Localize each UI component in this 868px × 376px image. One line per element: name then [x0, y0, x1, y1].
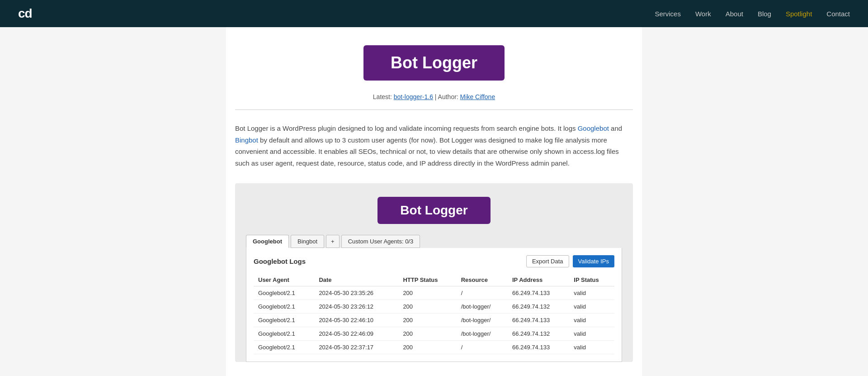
cell-http-status: 200 — [398, 300, 456, 314]
main-nav: Services Work About Blog Spotlight Conta… — [655, 10, 850, 18]
cell-http-status: 200 — [398, 341, 456, 354]
cell-ip-status: valid — [569, 341, 614, 354]
export-button[interactable]: Export Data — [526, 255, 569, 267]
cell-ip-status: valid — [569, 327, 614, 341]
cell-user-agent: Googlebot/2.1 — [254, 327, 314, 341]
meta-line: Latest: bot-logger-1.6 | Author: Mike Ci… — [235, 93, 633, 100]
meta-separator: | — [435, 93, 438, 100]
tab-custom[interactable]: Custom User Agents: 0/3 — [341, 235, 420, 248]
tab-bingbot[interactable]: Bingbot — [291, 235, 324, 248]
cell-user-agent: Googlebot/2.1 — [254, 300, 314, 314]
site-logo[interactable]: cd — [18, 6, 32, 21]
table-row: Googlebot/2.1 2024-05-30 23:26:12 200 /b… — [254, 300, 614, 314]
nav-about[interactable]: About — [726, 10, 743, 18]
table-row: Googlebot/2.1 2024-05-30 22:46:10 200 /b… — [254, 314, 614, 327]
bingbot-link[interactable]: Bingbot — [235, 136, 258, 144]
googlebot-link[interactable]: Googlebot — [578, 124, 609, 132]
cell-user-agent: Googlebot/2.1 — [254, 286, 314, 300]
cell-ip-address: 66.249.74.132 — [508, 300, 569, 314]
cell-ip-status: valid — [569, 286, 614, 300]
cell-http-status: 200 — [398, 327, 456, 341]
main-content: Bot Logger Latest: bot-logger-1.6 | Auth… — [226, 27, 642, 376]
cell-http-status: 200 — [398, 314, 456, 327]
cell-resource: /bot-logger/ — [457, 327, 508, 341]
cell-date: 2024-05-30 23:35:26 — [314, 286, 398, 300]
cell-ip-status: valid — [569, 300, 614, 314]
cell-ip-status: valid — [569, 314, 614, 327]
meta-latest-link[interactable]: bot-logger-1.6 — [394, 93, 433, 100]
inner-hero-wrap: Bot Logger — [246, 197, 622, 224]
cell-resource: /bot-logger/ — [457, 314, 508, 327]
nav-spotlight[interactable]: Spotlight — [786, 10, 812, 18]
inner-hero-badge: Bot Logger — [377, 197, 490, 224]
table-row: Googlebot/2.1 2024-05-30 22:37:17 200 / … — [254, 341, 614, 354]
col-ip-status: IP Status — [569, 274, 614, 286]
table-row: Googlebot/2.1 2024-05-30 22:46:09 200 /b… — [254, 327, 614, 341]
tab-googlebot[interactable]: Googlebot — [246, 235, 289, 248]
cell-resource: / — [457, 341, 508, 354]
nav-work[interactable]: Work — [695, 10, 711, 18]
cell-http-status: 200 — [398, 286, 456, 300]
hero-title-badge: Bot Logger — [363, 45, 505, 81]
cell-resource: / — [457, 286, 508, 300]
cell-date: 2024-05-30 22:37:17 — [314, 341, 398, 354]
plugin-description: Bot Logger is a WordPress plugin designe… — [235, 123, 633, 169]
hero-title-wrap: Bot Logger — [235, 45, 633, 81]
nav-contact[interactable]: Contact — [826, 10, 850, 18]
table-header: User Agent Date HTTP Status Resource IP … — [254, 274, 614, 286]
panel-header: Googlebot Logs Export Data Validate IPs — [254, 255, 614, 267]
nav-services[interactable]: Services — [655, 10, 681, 18]
col-user-agent: User Agent — [254, 274, 314, 286]
col-date: Date — [314, 274, 398, 286]
col-http-status: HTTP Status — [398, 274, 456, 286]
cell-resource: /bot-logger/ — [457, 300, 508, 314]
cell-ip-address: 66.249.74.133 — [508, 341, 569, 354]
meta-latest-label: Latest: — [373, 93, 392, 100]
logs-panel: Googlebot Logs Export Data Validate IPs … — [246, 248, 622, 362]
nav-blog[interactable]: Blog — [758, 10, 771, 18]
meta-author-label: Author: — [438, 93, 458, 100]
table-row: Googlebot/2.1 2024-05-30 23:35:26 200 / … — [254, 286, 614, 300]
cell-date: 2024-05-30 22:46:09 — [314, 327, 398, 341]
validate-button[interactable]: Validate IPs — [573, 255, 614, 267]
meta-author-link[interactable]: Mike Ciffone — [460, 93, 495, 100]
tab-add[interactable]: + — [326, 235, 340, 248]
cell-ip-address: 66.249.74.133 — [508, 314, 569, 327]
site-header: cd Services Work About Blog Spotlight Co… — [0, 0, 868, 27]
panel-title: Googlebot Logs — [254, 257, 306, 265]
cell-ip-address: 66.249.74.132 — [508, 327, 569, 341]
cell-ip-address: 66.249.74.133 — [508, 286, 569, 300]
screenshot-box: Bot Logger Googlebot Bingbot + Custom Us… — [235, 183, 633, 362]
cell-user-agent: Googlebot/2.1 — [254, 341, 314, 354]
logs-table: User Agent Date HTTP Status Resource IP … — [254, 274, 614, 354]
content-divider — [235, 109, 633, 110]
table-body: Googlebot/2.1 2024-05-30 23:35:26 200 / … — [254, 286, 614, 354]
tabs-row: Googlebot Bingbot + Custom User Agents: … — [246, 235, 622, 248]
cell-date: 2024-05-30 23:26:12 — [314, 300, 398, 314]
cell-date: 2024-05-30 22:46:10 — [314, 314, 398, 327]
col-ip-address: IP Address — [508, 274, 569, 286]
col-resource: Resource — [457, 274, 508, 286]
panel-actions: Export Data Validate IPs — [526, 255, 614, 267]
cell-user-agent: Googlebot/2.1 — [254, 314, 314, 327]
